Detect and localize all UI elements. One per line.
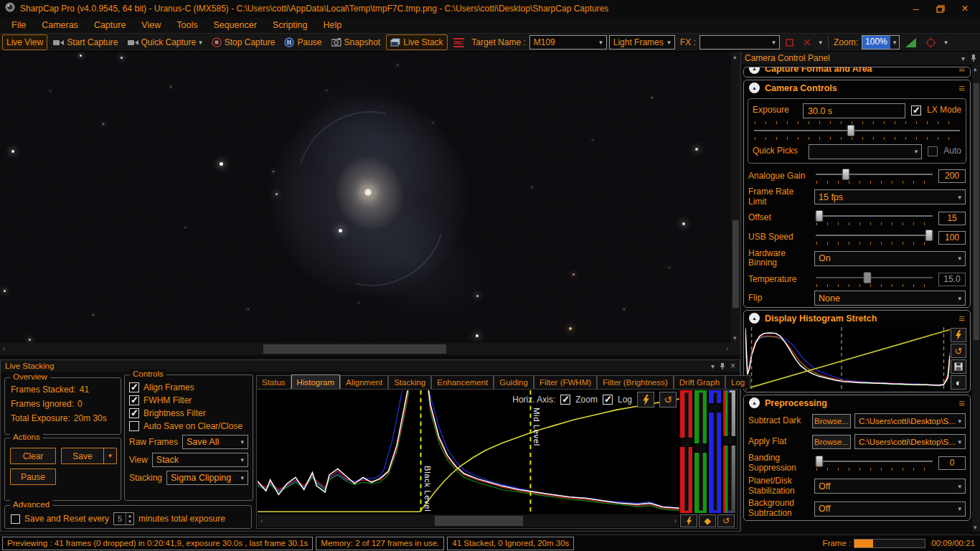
auto-checkbox[interactable] (928, 146, 938, 156)
live-image-canvas[interactable] (0, 52, 731, 343)
increment-name-button[interactable]: INC (450, 37, 468, 48)
clear-button[interactable]: Clear (10, 448, 56, 464)
start-capture-button[interactable]: Start Capture (50, 37, 121, 48)
apply-flat-select[interactable]: C:\Users\cotti\Desktop\S... ▾ (854, 434, 966, 449)
chevron-down-icon[interactable]: ▾ (816, 39, 824, 46)
analogue-gain-value[interactable]: 200 (938, 169, 966, 183)
selection-area-button[interactable] (782, 38, 797, 47)
camera-control-panel-titlebar[interactable]: Camera Control Panel ▾ (741, 52, 980, 65)
red-level-slider[interactable] (680, 390, 692, 513)
hardware-binning-select[interactable]: On ▾ (814, 251, 966, 266)
live-stack-button[interactable]: Live Stack (386, 34, 447, 50)
usb-speed-slider-thumb[interactable] (925, 230, 933, 241)
scroll-right-icon[interactable]: › (726, 345, 728, 352)
quick-picks-select[interactable]: ▾ (809, 144, 922, 159)
menu-help[interactable]: Help (316, 17, 350, 33)
section-menu-icon[interactable]: ≡ (958, 399, 965, 408)
banding-suppression-slider-thumb[interactable] (816, 456, 824, 467)
reset-levels-button[interactable]: ↺ (717, 514, 735, 527)
highlight-button[interactable]: ◆ (699, 514, 716, 527)
save-stretch-button[interactable] (951, 359, 966, 374)
scroll-right-icon[interactable]: › (674, 517, 677, 524)
contrast-button[interactable]: ◐ (951, 375, 966, 390)
spin-down-icon[interactable]: ▼ (126, 519, 133, 524)
capture-format-section[interactable]: ▲ Capture Format and Area ≡ (743, 67, 971, 77)
image-histogram-button[interactable] (902, 37, 920, 48)
quick-capture-button[interactable]: Quick Capture ▾ (124, 37, 206, 48)
analogue-gain-slider[interactable] (816, 169, 933, 180)
panel-dropdown-icon[interactable]: ▾ (711, 362, 715, 370)
star-overlay-button[interactable]: ✕ (799, 37, 815, 48)
planet-disk-stabilization-select[interactable]: Off ▾ (814, 479, 966, 494)
usb-speed-value[interactable]: 100 (938, 231, 966, 245)
save-reset-checkbox[interactable] (11, 514, 20, 524)
banding-suppression-slider[interactable] (816, 456, 933, 467)
menu-sequencer[interactable]: Sequencer (205, 17, 264, 33)
reset-histogram-button[interactable]: ↺ (659, 392, 677, 408)
tab-status[interactable]: Status (256, 375, 291, 389)
live-stacking-titlebar[interactable]: Live Stacking ▾ × (1, 360, 740, 372)
tab-drift-graph[interactable]: Drift Graph (674, 375, 725, 389)
horiz-zoom-checkbox[interactable] (560, 395, 570, 405)
exposure-slider-thumb[interactable] (847, 125, 854, 136)
subtract-dark-browse-button[interactable]: Browse... (812, 414, 851, 428)
section-menu-icon[interactable]: ≡ (958, 67, 965, 73)
pause-button[interactable]: Pause (281, 37, 325, 48)
lx-mode-checkbox[interactable] (911, 105, 921, 116)
scroll-up-icon[interactable]: ▴ (974, 65, 977, 72)
stop-capture-button[interactable]: Stop Capture (208, 37, 279, 48)
offset-slider[interactable] (816, 210, 933, 222)
blue-level-slider[interactable] (709, 390, 721, 513)
raw-frames-select[interactable]: Save All ▾ (182, 435, 248, 449)
fwhm-filter-checkbox[interactable] (129, 395, 139, 405)
banding-suppression-value[interactable]: 0 (938, 456, 966, 470)
collapse-icon[interactable]: ▲ (749, 67, 760, 74)
tab-filter-fwhm[interactable]: Filter (FWHM) (534, 375, 597, 389)
apply-flat-browse-button[interactable]: Browse... (812, 435, 851, 449)
scroll-up-icon[interactable]: ▴ (733, 53, 737, 60)
menu-file[interactable]: File (4, 17, 34, 33)
collapse-icon[interactable]: ▲ (749, 83, 760, 93)
minutes-spinner[interactable]: 5 ▲▼ (113, 512, 134, 525)
pin-icon[interactable] (720, 362, 725, 370)
all-level-slider[interactable] (723, 390, 735, 513)
frame-type-select[interactable]: Light Frames ▾ (609, 35, 675, 50)
fx-select[interactable]: ▾ (699, 35, 780, 50)
save-button[interactable]: Save ▾ (61, 448, 117, 464)
all-level-handle[interactable] (723, 436, 735, 446)
stack-histogram-chart[interactable]: Black Level Mid Level (258, 390, 679, 513)
save-dropdown-icon[interactable]: ▾ (103, 448, 116, 463)
frame-rate-limit-select[interactable]: 15 fps ▾ (814, 189, 966, 204)
section-menu-icon[interactable]: ≡ (958, 314, 965, 323)
chevron-down-icon[interactable]: ▾ (942, 39, 950, 46)
histogram-hscrollbar[interactable]: ‹ › (258, 514, 679, 527)
tab-filter-brightness[interactable]: Filter (Brightness) (597, 375, 674, 389)
blue-level-handle[interactable] (709, 403, 721, 413)
minimize-button[interactable]: – (904, 0, 928, 17)
live-view-button[interactable]: Live View (2, 34, 47, 50)
tab-log[interactable]: Log (725, 375, 750, 389)
tab-guiding[interactable]: Guiding (494, 375, 534, 389)
view-select[interactable]: Stack ▾ (152, 453, 248, 467)
horiz-log-checkbox[interactable] (603, 395, 613, 405)
flip-select[interactable]: None ▾ (814, 291, 966, 306)
auto-stretch-stack-button[interactable] (680, 514, 697, 527)
brightness-filter-checkbox[interactable] (129, 408, 139, 418)
menu-scripting[interactable]: Scripting (265, 17, 316, 33)
background-subtraction-select[interactable]: Off ▾ (814, 501, 966, 517)
scroll-down-icon[interactable]: ▾ (733, 334, 737, 342)
panel-dropdown-icon[interactable]: ▾ (961, 55, 965, 62)
panel-scrollbar[interactable]: ▴ ▾ (972, 65, 980, 532)
auto-stretch-button[interactable] (951, 328, 966, 342)
tab-alignment[interactable]: Alignment (340, 375, 388, 389)
snapshot-button[interactable]: Snapshot (328, 37, 385, 48)
pause-stacking-button[interactable]: Pause (10, 468, 56, 485)
subtract-dark-select[interactable]: C:\Users\cotti\Desktop\S... ▾ (854, 413, 966, 428)
stretch-histogram-chart[interactable] (745, 327, 950, 390)
offset-slider-thumb[interactable] (816, 210, 824, 222)
menu-cameras[interactable]: Cameras (34, 17, 86, 33)
scroll-left-icon[interactable]: ‹ (260, 517, 263, 524)
target-name-select[interactable]: M109 ▾ (529, 35, 607, 50)
reset-stretch-button[interactable]: ↺ (951, 344, 966, 358)
green-level-slider[interactable] (694, 390, 707, 513)
